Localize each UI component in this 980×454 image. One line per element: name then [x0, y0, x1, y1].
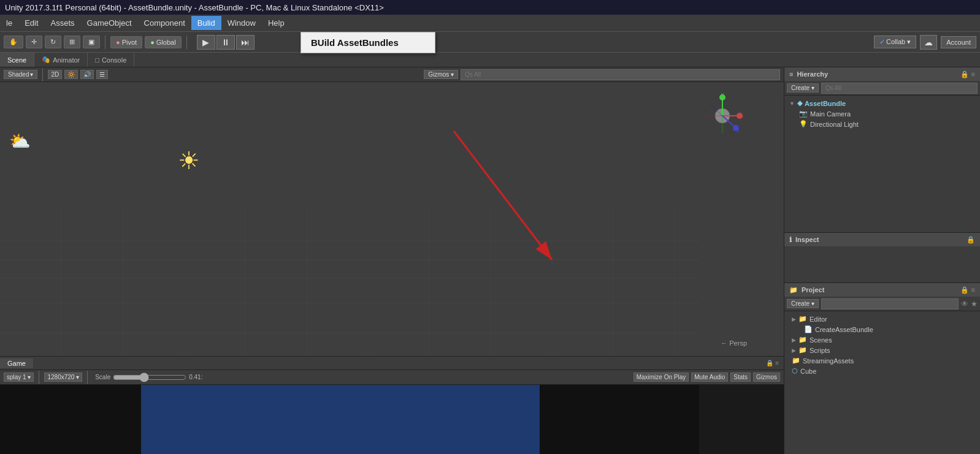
- project-menu-icon[interactable]: ≡: [971, 286, 975, 294]
- scene-toolbar: Shaded ▾ 2D 🔆 🔊 ☰ Gizmos ▾: [0, 67, 784, 82]
- scenes-label: Scenes: [810, 336, 832, 344]
- hierarchy-create-btn[interactable]: Create ▾: [787, 83, 819, 93]
- console-tab[interactable]: □ Console: [88, 53, 134, 67]
- scale-slider[interactable]: [113, 373, 186, 382]
- lights-btn[interactable]: 🔆: [64, 70, 78, 79]
- fx-btn[interactable]: ☰: [96, 70, 108, 79]
- scene-tab[interactable]: Scene: [0, 53, 34, 67]
- gizmo-svg: y x z: [698, 91, 747, 140]
- game-gizmos-label: Gizmos: [756, 374, 777, 380]
- display-select[interactable]: splay 1 ▾: [4, 373, 34, 382]
- tree-item-create-assetbundle[interactable]: 📄 CreateAssetBundle: [784, 324, 980, 335]
- cloud-icon: ⛅: [9, 131, 31, 151]
- build-assetbundles-item[interactable]: BUild AssetBundles: [301, 32, 435, 53]
- right-panel: ≡ Hierarchy 🔒 ≡ Create ▾ ▼ ◆ AssetBundle: [784, 67, 980, 454]
- project-eye-icon[interactable]: 👁: [961, 300, 968, 308]
- scripts-folder-icon: 📁: [798, 346, 807, 354]
- streaming-assets-label: StreamingAssets: [803, 357, 854, 365]
- bottom-area: Game 🔒 ≡ splay 1 ▾ 1280x720 ▾ Scale 0.41…: [0, 356, 784, 454]
- directional-light-label: Directional Light: [810, 121, 859, 128]
- collab-btn[interactable]: ✓ Collab ▾: [874, 36, 916, 48]
- game-tab[interactable]: Game: [0, 358, 33, 368]
- rotate-tool-btn[interactable]: ↻: [45, 36, 61, 48]
- hierarchy-panel: ≡ Hierarchy 🔒 ≡ Create ▾ ▼ ◆ AssetBundle: [784, 67, 980, 233]
- tree-item-assetbundle[interactable]: ▼ ◆ AssetBundle: [784, 98, 980, 108]
- inspector-lock-icon[interactable]: 🔒: [967, 236, 975, 244]
- animator-icon: 🎭: [42, 56, 50, 64]
- game-viewport[interactable]: [0, 385, 784, 454]
- hierarchy-menu-icon[interactable]: ≡: [971, 70, 975, 78]
- hierarchy-search[interactable]: [821, 83, 978, 94]
- cloud-btn[interactable]: ☁: [920, 35, 937, 50]
- game-tab-bar: Game 🔒 ≡: [0, 357, 784, 370]
- gizmos-dropdown[interactable]: Gizmos ▾: [424, 70, 458, 79]
- gizmo-widget[interactable]: y x z: [698, 91, 747, 140]
- audio-btn[interactable]: 🔊: [80, 70, 94, 79]
- toolbar: ✋ ✛ ↻ ⊞ ▣ ● Pivot ● Global ▶ ⏸ ⏭ ✓ Colla…: [0, 32, 980, 53]
- stats-btn[interactable]: Stats: [730, 373, 751, 382]
- menu-assets[interactable]: Assets: [45, 16, 81, 30]
- inspector-panel: ℹ Inspect 🔒: [784, 233, 980, 282]
- menu-file[interactable]: le: [0, 16, 18, 30]
- tree-item-scenes[interactable]: ▶ 📁 Scenes: [784, 335, 980, 345]
- svg-rect-1: [0, 82, 784, 356]
- shaded-dropdown[interactable]: Shaded ▾: [4, 70, 37, 79]
- sep5: [87, 371, 88, 384]
- tree-item-cube[interactable]: ⬡ Cube: [784, 366, 980, 376]
- hierarchy-lock-icon[interactable]: 🔒: [960, 70, 969, 78]
- animator-tab[interactable]: 🎭 Animator: [34, 53, 88, 67]
- menu-window[interactable]: Window: [221, 16, 262, 30]
- project-star-icon[interactable]: ★: [971, 300, 978, 308]
- persp-label: ← Persp: [721, 339, 747, 347]
- tree-item-main-camera[interactable]: 📷 Main Camera: [784, 108, 980, 119]
- tree-item-editor[interactable]: ▶ 📁 Editor: [784, 314, 980, 324]
- menu-edit[interactable]: Edit: [18, 16, 44, 30]
- scale-tool-btn[interactable]: ⊞: [64, 36, 80, 48]
- build-dropdown: BUild AssetBundles: [301, 32, 435, 53]
- global-radio: ●: [150, 39, 155, 46]
- project-search[interactable]: [821, 298, 959, 309]
- hierarchy-header: ≡ Hierarchy 🔒 ≡: [784, 67, 980, 81]
- project-create-label: Create ▾: [791, 300, 814, 307]
- menu-build[interactable]: Bulid: [191, 16, 221, 30]
- project-tree: ▶ 📁 Editor 📄 CreateAssetBundle ▶ 📁 Scene…: [784, 311, 980, 454]
- menu-component[interactable]: Component: [138, 16, 191, 30]
- menu-gameobject[interactable]: GameObject: [81, 16, 138, 30]
- sun-icon: ☀: [178, 146, 200, 175]
- menu-help[interactable]: Help: [262, 16, 291, 30]
- mute-btn[interactable]: Mute Audio: [691, 373, 728, 382]
- scripts-label: Scripts: [810, 347, 830, 354]
- gizmos-label: Gizmos ▾: [428, 71, 454, 78]
- mute-label: Mute Audio: [694, 374, 725, 380]
- camera-icon: 📷: [799, 110, 808, 118]
- project-header: 📁 Project 🔒 ≡: [784, 283, 980, 297]
- scale-value: 0.41:: [189, 374, 202, 380]
- play-btn[interactable]: ▶: [197, 35, 215, 50]
- stats-label: Stats: [733, 374, 748, 380]
- account-btn[interactable]: Account: [941, 36, 976, 48]
- hand-tool-btn[interactable]: ✋: [4, 36, 23, 48]
- move-tool-btn[interactable]: ✛: [26, 36, 42, 48]
- tree-item-directional-light[interactable]: 💡 Directional Light: [784, 119, 980, 129]
- rect-tool-btn[interactable]: ▣: [83, 36, 100, 48]
- maximize-label: Maximize On Play: [637, 374, 686, 380]
- pause-btn[interactable]: ⏸: [216, 35, 235, 50]
- step-btn[interactable]: ⏭: [236, 35, 255, 50]
- play-controls: ▶ ⏸ ⏭: [197, 35, 255, 50]
- tree-item-scripts[interactable]: ▶ 📁 Scripts: [784, 345, 980, 355]
- scene-viewport[interactable]: ☀ ⛅: [0, 82, 784, 356]
- project-lock-icon[interactable]: 🔒: [960, 286, 969, 294]
- resolution-select[interactable]: 1280x720 ▾: [44, 373, 82, 382]
- tree-item-streaming-assets[interactable]: 📁 StreamingAssets: [784, 355, 980, 366]
- global-btn[interactable]: ● Global: [145, 36, 181, 48]
- pivot-btn[interactable]: ● Pivot: [110, 36, 142, 48]
- project-create-btn[interactable]: Create ▾: [787, 299, 819, 308]
- scene-search[interactable]: [461, 69, 780, 80]
- game-gizmos-btn[interactable]: Gizmos: [753, 373, 780, 382]
- twod-btn[interactable]: 2D: [48, 70, 62, 79]
- shaded-arrow: ▾: [30, 71, 33, 78]
- menu-bar: le Edit Assets GameObject Component Buli…: [0, 15, 980, 32]
- maximize-btn[interactable]: Maximize On Play: [634, 373, 689, 382]
- shaded-label: Shaded: [8, 71, 29, 78]
- project-panel-icons: 🔒 ≡: [960, 286, 975, 294]
